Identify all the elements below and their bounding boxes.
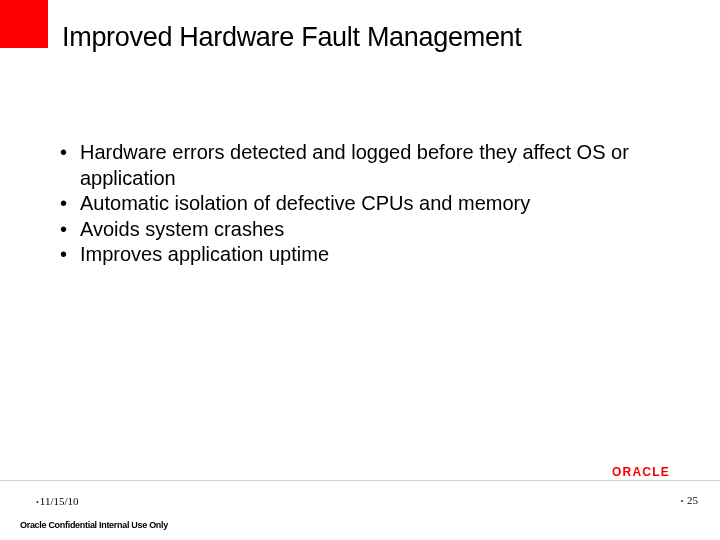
- accent-red-block: [0, 0, 48, 48]
- footer-bullet-icon: •: [36, 498, 39, 507]
- oracle-logo-text: ORACLE: [612, 466, 670, 478]
- footer-date-text: 11/15/10: [40, 495, 79, 507]
- slide-body: Hardware errors detected and logged befo…: [58, 140, 680, 268]
- footer-divider: [0, 480, 720, 481]
- list-item: Automatic isolation of defective CPUs an…: [58, 191, 680, 217]
- slide-title: Improved Hardware Fault Management: [62, 22, 522, 53]
- footer-date: •11/15/10: [36, 495, 79, 507]
- oracle-logo: ORACLE: [612, 466, 698, 478]
- footer-bullet-icon: •: [680, 497, 683, 506]
- footer-page-number: • 25: [680, 494, 698, 506]
- bullet-list: Hardware errors detected and logged befo…: [58, 140, 680, 268]
- list-item: Improves application uptime: [58, 242, 680, 268]
- footer-confidentiality: Oracle Confidential Internal Use Only: [20, 520, 168, 530]
- list-item: Avoids system crashes: [58, 217, 680, 243]
- list-item: Hardware errors detected and logged befo…: [58, 140, 680, 191]
- footer-page-number-text: 25: [687, 494, 698, 506]
